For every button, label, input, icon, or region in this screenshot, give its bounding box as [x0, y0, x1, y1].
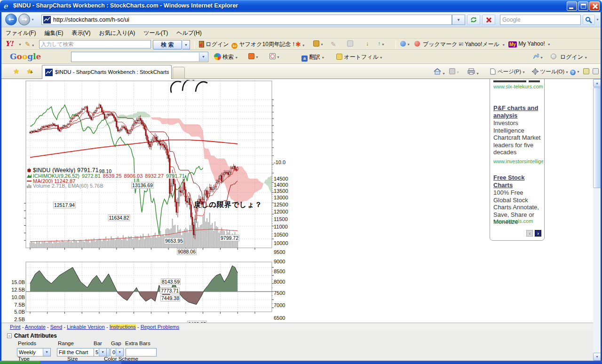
bookmarks-ball-icon[interactable] — [414, 40, 420, 47]
google-search-dropdown-icon[interactable]: ▼ — [199, 53, 207, 61]
new-tab-button[interactable] — [173, 67, 185, 79]
yahoo-mail[interactable]: ✉ Yahoo!メール ▼ — [459, 40, 505, 48]
ad-link[interactable]: Free Stock Charts — [493, 174, 542, 189]
address-bar[interactable] — [41, 15, 452, 25]
footer-link-annotate[interactable]: Annotate — [25, 324, 46, 330]
ad-prev-button[interactable]: ‹ — [526, 230, 533, 237]
address-input[interactable] — [53, 16, 439, 24]
tab-active[interactable]: $INDU - SharpCharts Workbench : StockCha… — [42, 65, 172, 79]
search-input[interactable] — [502, 16, 578, 24]
google-search-input[interactable] — [73, 53, 195, 61]
ichimoku-value: 8932.27 — [145, 173, 164, 179]
copy-pages-icon[interactable] — [593, 68, 599, 74]
help-icon[interactable]: ?▼ — [570, 68, 580, 75]
notebook-icon[interactable]: ▼ — [313, 40, 324, 47]
history-dropdown-icon[interactable]: ▼ — [31, 18, 34, 21]
dropdown-arrow-icon[interactable]: ▼ — [116, 348, 123, 356]
volume-tick-label: 15.0B — [5, 279, 25, 285]
ad-next-button[interactable]: › — [535, 230, 541, 237]
menu-item-view[interactable]: 表示(V) — [67, 27, 95, 39]
title-bar[interactable]: e $INDU - SharpCharts Workbench : StockC… — [0, 0, 602, 12]
yahoo-bookmarks[interactable]: ブックマーク▼ — [423, 40, 461, 48]
address-dropdown-button[interactable]: ▼ — [452, 15, 465, 25]
yahoo-login[interactable]: ログイン — [199, 40, 229, 48]
smartbrowsing-icon[interactable]: ▼ — [248, 53, 259, 60]
search-box[interactable] — [500, 15, 581, 25]
menu-item-file[interactable]: ファイル(F) — [1, 27, 40, 39]
vertical-scrollbar[interactable]: ▲ ▼ — [593, 79, 601, 361]
search-magnifier-icon[interactable] — [583, 15, 595, 25]
yahoo-promo[interactable]: 10 ヤフオク10周年記念！ — [231, 40, 297, 49]
upload-arrow-icon[interactable]: ↑▼ — [378, 40, 385, 47]
add-favorite-star-icon[interactable]: ★+ — [26, 67, 32, 76]
messenger-ball-icon[interactable]: ▼ — [400, 40, 410, 47]
google-autofill[interactable]: オートフィル▼ — [336, 53, 383, 61]
periods-select[interactable]: Weekly▼ — [17, 348, 51, 356]
ad-url[interactable]: www.investorsintelligen — [493, 158, 543, 164]
search-dropdown-icon[interactable]: ▼ — [596, 18, 599, 21]
yahoo-search-input[interactable] — [41, 41, 149, 47]
google-toolbar: Google ▼ 検索▼ ▼ ▼ a 翻訳▼ オートフィル▼ ▼ ログイン▼ — [1, 50, 601, 64]
footer-link-report-problems[interactable]: Report Problems — [141, 324, 180, 330]
close-button[interactable] — [589, 1, 600, 11]
link-separator: - — [62, 324, 67, 330]
yahoo-search-button[interactable]: 検 索 — [153, 40, 182, 49]
popup-blocker-icon[interactable]: ▼ — [269, 53, 280, 60]
yahoo-logo-dropdown-icon[interactable]: ▼ — [18, 43, 22, 46]
download-arrow-icon[interactable]: ↓ — [366, 40, 369, 47]
collapse-icon[interactable]: − — [7, 333, 12, 338]
yahoo-search-box[interactable] — [39, 40, 151, 48]
gap-select[interactable]: 0▼ — [111, 348, 124, 356]
refresh-button[interactable] — [467, 15, 480, 25]
dropdown-arrow-icon[interactable]: ▼ — [43, 348, 50, 356]
minimize-button[interactable] — [567, 1, 577, 11]
back-button[interactable]: ← — [5, 14, 17, 25]
stop-button[interactable] — [482, 15, 495, 25]
login-door-icon — [199, 41, 204, 47]
scroll-up-button[interactable]: ▲ — [593, 79, 601, 87]
price-tick-label: 9500 — [274, 249, 285, 255]
favorites-star-icon[interactable]: ★ — [13, 67, 19, 76]
google-translate[interactable]: a 翻訳▼ — [301, 53, 325, 62]
footer-link-linkable-version[interactable]: Linkable Version — [67, 324, 105, 330]
taskbar[interactable] — [0, 361, 602, 364]
forward-button[interactable]: → — [18, 14, 30, 25]
wrench-icon[interactable]: ▼ — [532, 53, 543, 60]
bar-select[interactable]: 5▼ — [94, 348, 107, 356]
dropdown-arrow-icon[interactable]: ▼ — [99, 348, 106, 356]
yahoo-search-dropdown-icon[interactable]: ▼ — [182, 40, 190, 49]
ad-link[interactable]: P&F charts and analysis — [493, 104, 542, 119]
yahoo-logo[interactable]: Y! — [5, 40, 13, 48]
scrollbar-thumb[interactable] — [593, 87, 601, 188]
footer-link-send[interactable]: Send — [50, 324, 63, 330]
google-search-box[interactable]: ▼ — [71, 52, 208, 62]
volume-tick-label: 2.5B — [5, 317, 25, 322]
link-separator: - — [21, 324, 25, 330]
print-icon[interactable]: ▼ — [467, 68, 479, 76]
menu-item-tools[interactable]: ツール(T) — [139, 27, 172, 39]
footer-link-print[interactable]: Print — [10, 324, 21, 330]
auction-starburst-icon[interactable]: ✱▼ — [295, 40, 305, 48]
tools-menu[interactable]: ツール(O)▼ — [532, 68, 569, 75]
my-yahoo[interactable]: My My Yahoo! ▼ — [508, 40, 551, 47]
footer-link-instructions[interactable]: Instructions — [110, 324, 136, 330]
google-login[interactable]: ログイン▼ — [560, 53, 587, 61]
research-icon[interactable] — [583, 68, 589, 74]
price-tick-label: 14500 — [274, 176, 288, 182]
menu-item-help[interactable]: ヘルプ(H) — [172, 27, 206, 39]
ad-url[interactable]: www.zignals.com — [493, 218, 543, 224]
extra-bars-input[interactable] — [126, 348, 157, 356]
start-button[interactable] — [0, 361, 40, 364]
ad-url[interactable]: www.six-telekurs.com — [493, 84, 543, 89]
google-logo-letter: o — [17, 52, 22, 61]
price-tick-label: 8500 — [274, 269, 285, 274]
menu-item-favorites[interactable]: お気に入り(A) — [95, 27, 139, 39]
pencil-icon[interactable]: ✎▼ — [25, 40, 35, 48]
page-menu[interactable]: ページ(P)▼ — [490, 68, 525, 75]
home-icon[interactable]: ▼ — [434, 68, 445, 76]
menu-item-edit[interactable]: 編集(E) — [40, 27, 67, 39]
scroll-down-button[interactable]: ▼ — [593, 353, 601, 361]
quick-launch-area[interactable] — [40, 361, 121, 364]
google-search-button[interactable]: 検索▼ — [214, 53, 238, 61]
maximize-button[interactable] — [578, 1, 588, 11]
